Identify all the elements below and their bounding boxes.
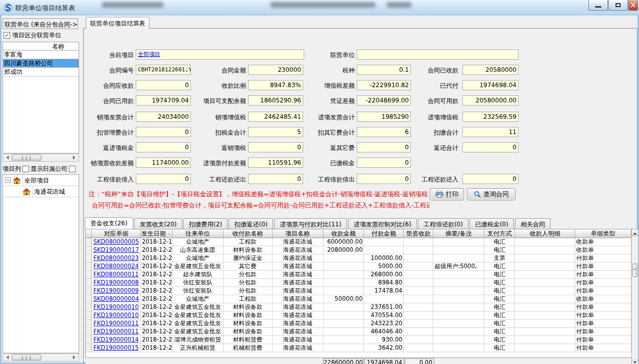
table-row[interactable]: FKD1900000112018-12-29金星建筑五金批发材料设备款海通花语城… (86, 328, 631, 336)
detail-tab[interactable]: 进项票与付款对比(11) (274, 218, 347, 229)
scroll-up-icon[interactable] (631, 229, 638, 236)
form-field-value[interactable]: 24034000 (136, 112, 191, 122)
column-header[interactable]: 垫资收款 (404, 229, 433, 238)
document-link[interactable]: FKD190000011 (93, 320, 139, 327)
document-link[interactable]: FKD190000010 (93, 311, 139, 319)
form-field-value[interactable]: 0 (248, 174, 303, 184)
unit-list-header[interactable]: 名称 (3, 42, 79, 50)
scroll-left-icon[interactable] (5, 355, 9, 359)
unit-list-hscrollbar[interactable]: ❙❙❙ (3, 153, 79, 162)
project-list-checkbox[interactable] (22, 166, 29, 172)
print-button[interactable]: 打印 (430, 188, 464, 200)
tree-hscrollbar[interactable]: ❙❙❙ (3, 353, 79, 361)
table-row[interactable]: FKD1900000082018-12-29张红安装队分包款海通花语城8984.… (86, 279, 631, 287)
table-row[interactable]: FKD0800000232018-12-26众城地产履约保证金海通花语城1000… (86, 254, 631, 263)
document-link[interactable]: FKD080000024 (93, 263, 139, 270)
document-tab[interactable]: 联营单位项目结算表 (86, 17, 150, 29)
detail-tab[interactable]: 扣缴费用(2) (183, 218, 228, 229)
table-row[interactable]: FKD0800000112018-12-27赵水建筑队分包款海通花语城26800… (86, 271, 631, 279)
form-field-value[interactable]: 0 (136, 174, 191, 184)
table-row[interactable]: FKD1900000142018-12-29淄博元成物资租赁材料租赁费海通花语城… (86, 336, 631, 344)
unit-list-item[interactable]: 李富海 (3, 50, 79, 59)
tree-item[interactable]: 海通花语城 (3, 186, 79, 197)
form-field-value[interactable]: 0.1 (357, 65, 411, 75)
table-row[interactable]: FKD0800000242018-12-27金星建筑五金批发其它费海通花语城50… (86, 263, 631, 271)
show-company-checkbox[interactable] (69, 166, 76, 172)
form-field-value[interactable]: 0 (357, 142, 411, 152)
table-vscrollbar[interactable]: ═ (631, 229, 638, 364)
form-field-value[interactable]: 1974698.04 (462, 80, 519, 90)
document-link[interactable]: FKD190000011 (93, 328, 139, 335)
table-row[interactable]: FKD1900000102018-12-29金星建筑五金批发材料设备款海通花语城… (86, 311, 631, 320)
scroll-down-icon[interactable] (631, 360, 638, 364)
column-header[interactable]: 单据类型 (575, 229, 631, 238)
form-field-value[interactable]: 1985290 (357, 112, 411, 122)
detail-tab[interactable]: 发票收支(20) (134, 218, 183, 229)
column-header[interactable]: 支付方式 (484, 229, 515, 238)
column-header[interactable]: 对应单据 (92, 229, 141, 238)
current-project-link[interactable]: 全部项目 (138, 51, 160, 58)
table-row[interactable]: SKD1900000172018-12-26山东高速集团材料设备款海通花语城20… (86, 246, 631, 254)
form-field-value[interactable]: 110591.96 (248, 158, 303, 168)
scroll-right-icon[interactable] (73, 155, 77, 160)
form-field-value[interactable]: 20580000 (462, 65, 519, 75)
form-field-value[interactable]: 0 (357, 174, 411, 184)
unit-list-item[interactable]: 四川豪圣路桥公司 (3, 59, 79, 68)
form-field-value[interactable]: 0 (462, 142, 519, 152)
form-field-value[interactable]: 0 (357, 158, 411, 168)
document-link[interactable]: FKD080000023 (93, 254, 139, 262)
document-link[interactable]: FKD190000010 (93, 303, 139, 310)
table-row[interactable]: SKD0800000052018-12-11众城地产工程款海通花语城600000… (86, 238, 631, 246)
form-field-value[interactable]: 0 (462, 174, 519, 184)
form-field-value[interactable]: 18605290.96 (248, 95, 303, 106)
tree-item[interactable]: − 全部项目 (3, 175, 79, 186)
unit-list-item[interactable]: 郑成功 (3, 68, 79, 76)
form-field-value[interactable]: 230000 (248, 65, 303, 75)
form-field-value[interactable]: 0 (136, 80, 191, 90)
project-split-checkbox-row[interactable]: ✓ 项目区分联营单位 (4, 31, 61, 39)
detail-tab[interactable]: 扣缴返还(0) (229, 218, 273, 229)
table-row[interactable]: FKD1900000092018-12-29张红安装队分包款海通花语城17478… (86, 287, 631, 295)
form-field-value[interactable]: 8947.83% (248, 80, 303, 90)
detail-tab[interactable]: 工程借还款(0) (418, 218, 469, 229)
query-contract-button[interactable]: 查询合同 (467, 188, 515, 200)
column-header[interactable]: 付款金额 (364, 229, 404, 238)
detail-tab[interactable]: 进项发票控制对比(6) (348, 218, 417, 229)
tree-expander-icon[interactable]: − (5, 177, 11, 183)
form-field-value[interactable]: 0 (136, 142, 191, 152)
document-link[interactable]: FKD080000011 (93, 271, 139, 278)
close-button[interactable]: × (628, 0, 638, 11)
form-field-value[interactable]: 1174000.00 (136, 158, 191, 168)
form-field-value[interactable]: 0 (248, 142, 303, 152)
document-link[interactable]: SKD080000004 (93, 295, 139, 302)
form-field-value[interactable]: -22048699.00 (357, 95, 411, 106)
table-row[interactable]: FKD1900000102018-12-29金星建筑五金批发材料设备款海通花语城… (86, 303, 631, 311)
form-field-link[interactable]: 全部项目 (136, 49, 304, 60)
form-field-value[interactable]: 6 (357, 127, 411, 137)
title-bar[interactable]: 联营单位项目结算表 × (0, 0, 639, 15)
document-link[interactable]: FKD190000008 (93, 279, 139, 286)
detail-tab[interactable]: 相关合同 (515, 218, 551, 229)
column-header[interactable]: 发生日期 (141, 229, 173, 238)
form-field-value[interactable]: -2229910.82 (357, 80, 411, 90)
column-header[interactable]: 往来单位 (173, 229, 224, 238)
scrollbar-thumb[interactable]: ═ (632, 264, 637, 277)
column-header[interactable]: 收付款名称 (224, 229, 273, 238)
form-field-value[interactable]: 232569.59 (462, 112, 519, 122)
form-field-value[interactable]: 2462485.41 (248, 112, 303, 122)
document-link[interactable]: FKD190000009 (93, 287, 139, 294)
scrollbar-thumb[interactable]: ❙❙❙ (12, 354, 41, 360)
form-field-value[interactable]: 5 (248, 127, 303, 137)
table-row[interactable]: SKD0800000042018-12-29众城地产工程款海通花语城50000.… (86, 295, 631, 303)
document-link[interactable]: SKD190000017 (93, 246, 139, 253)
detail-tab[interactable]: 已缴税金(0) (470, 218, 514, 229)
scrollbar-thumb[interactable]: ❙❙❙ (12, 154, 41, 161)
minimize-button[interactable] (588, 0, 608, 11)
maximize-button[interactable] (608, 0, 628, 11)
document-link[interactable]: SKD080000005 (93, 238, 139, 245)
detail-tab[interactable]: 资金收支(26) (85, 217, 133, 229)
checkbox-checked-icon[interactable]: ✓ (4, 32, 10, 39)
column-header[interactable]: 项目名称 (273, 229, 324, 238)
form-field-value[interactable]: 20580000.00 (462, 95, 519, 106)
table-row[interactable]: FKD1900000152018-12-29正兴机械租赁机械租赁费海通花语城36… (86, 344, 631, 352)
